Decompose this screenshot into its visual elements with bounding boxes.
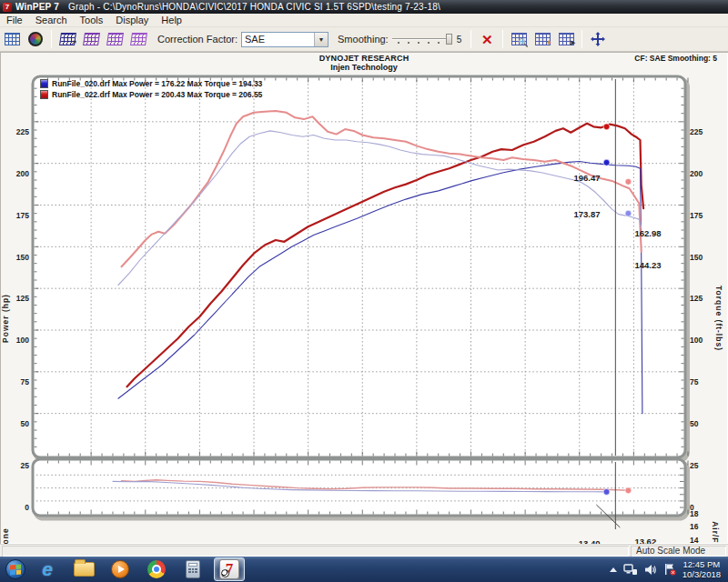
chrome-icon	[147, 560, 166, 578]
airfuel-axis-tick: 18	[690, 509, 698, 518]
media-player-icon	[111, 560, 129, 578]
clock-date: 10/3/2018	[682, 569, 721, 579]
power-axis-tick: 225	[0, 127, 29, 136]
line-graph-button[interactable]	[80, 29, 102, 49]
action-center-flag-icon[interactable]	[663, 563, 676, 576]
bar-graph-button[interactable]: ↗	[56, 29, 78, 49]
pan-hand-icon: ✦	[535, 33, 551, 45]
folder-icon	[74, 562, 95, 577]
torque-axis-tick: 225	[690, 127, 703, 136]
network-icon[interactable]	[623, 564, 638, 576]
torque-axis-tick: 175	[690, 211, 703, 220]
legend-text: RunFile_022.drf Max Power = 200.43 Max T…	[52, 90, 262, 99]
correction-factor-label: Correction Factor:	[157, 34, 238, 45]
smoothing-slider-thumb[interactable]	[446, 34, 452, 45]
volume-icon[interactable]	[644, 564, 657, 576]
menu-help[interactable]: Help	[155, 15, 188, 25]
legend-color-chip	[40, 79, 48, 88]
taskbar: e 7 12:45 PM 10/3/2018	[0, 557, 728, 582]
winpep-app-icon: 7	[3, 3, 12, 12]
statusbar: Auto Scale Mode	[0, 544, 728, 557]
smoothing-label: Smoothing:	[338, 34, 389, 45]
toolbar: ↗ Correction Factor: SAE ▼ Smoothing: 5 …	[0, 27, 728, 52]
correction-factor-select[interactable]: SAE ▼	[241, 32, 329, 47]
taskbar-winpep-button[interactable]: 7	[214, 557, 245, 581]
pointer-grid-icon: ➤	[559, 33, 574, 45]
overlay-graph-icon	[106, 33, 124, 45]
zoom-grid-icon: 🔍	[511, 33, 527, 45]
dropdown-arrow-icon[interactable]: ▼	[314, 33, 328, 46]
multi-graph-icon	[130, 33, 147, 45]
multi-graph-button[interactable]	[127, 29, 149, 49]
power-axis-tick: 175	[0, 211, 29, 220]
taskbar-explorer-button[interactable]	[68, 557, 99, 581]
correction-factor-value: SAE	[242, 34, 314, 45]
cursor-value-144.23: 144.23	[634, 260, 661, 270]
start-button[interactable]	[5, 559, 25, 579]
calculator-icon	[186, 560, 200, 578]
legend-row: RunFile_022.drf Max Power = 200.43 Max T…	[40, 89, 262, 100]
scale-mode-indicator: Auto Scale Mode	[631, 546, 726, 557]
torque-axis-tick: 100	[690, 336, 703, 345]
delete-run-button[interactable]: ✕	[476, 29, 498, 49]
power-axis-tick: 25	[0, 461, 29, 470]
winpep-icon: 7	[219, 559, 239, 579]
power-axis-tick: 200	[0, 169, 29, 178]
taskbar-ie-button[interactable]: e	[32, 557, 63, 581]
taskbar-media-player-button[interactable]	[105, 557, 136, 581]
menu-tools[interactable]: Tools	[74, 15, 110, 25]
windows-logo-icon	[10, 564, 21, 575]
menu-display[interactable]: Display	[109, 15, 155, 25]
chart-title: DYNOJET RESEARCH	[0, 54, 728, 63]
system-tray: 12:45 PM 10/3/2018	[610, 559, 728, 579]
smoothing-slider[interactable]	[392, 32, 452, 46]
color-wheel-icon	[28, 32, 43, 46]
torque-axis-tick: 50	[690, 419, 698, 428]
cursor-value-162.98: 162.98	[634, 228, 661, 238]
airfuel-axis-tick: 16	[690, 522, 698, 531]
color-settings-button[interactable]	[25, 29, 46, 49]
zoom-select-button[interactable]: 🔍	[508, 29, 530, 49]
window-title: WinPEP 7Graph - C:\DynoRuns\HONDA\CIVIC\…	[15, 2, 440, 12]
document-path: Graph - C:\DynoRuns\HONDA\CIVIC\2017 HON…	[68, 2, 440, 12]
toolbar-separator	[51, 30, 52, 48]
titlebar: 7 WinPEP 7Graph - C:\DynoRuns\HONDA\CIVI…	[0, 0, 728, 14]
chart-subtitle: Injen Technology	[0, 63, 728, 72]
clock-time: 12:45 PM	[682, 559, 721, 569]
chart-workspace: DYNOJET RESEARCH Injen Technology CF: SA…	[0, 52, 728, 544]
select-button[interactable]: ➤	[555, 29, 577, 49]
power-axis-tick: 150	[0, 253, 29, 262]
menu-search[interactable]: Search	[29, 15, 74, 25]
taskbar-clock[interactable]: 12:45 PM 10/3/2018	[682, 559, 721, 579]
cross-arrows-icon	[590, 31, 606, 47]
power-axis-tick: 50	[0, 419, 29, 428]
line-graph-icon	[83, 33, 100, 45]
table-grid-icon	[5, 33, 20, 45]
red-x-icon: ✕	[481, 33, 493, 46]
tray-expand-icon[interactable]	[610, 567, 617, 572]
smoothing-value: 5	[457, 35, 462, 45]
torque-axis-tick: 75	[690, 377, 698, 386]
power-axis-tick: 0	[0, 503, 29, 512]
data-grid-button[interactable]	[1, 29, 23, 49]
internet-explorer-icon: e	[42, 559, 53, 579]
legend-row: RunFile_020.drf Max Power = 176.22 Max T…	[40, 78, 262, 89]
toolbar-separator	[470, 30, 471, 48]
menu-file[interactable]: File	[0, 15, 29, 25]
menubar: FileSearchToolsDisplayHelp	[0, 14, 728, 27]
pan-button[interactable]: ✦	[531, 29, 553, 49]
toolbar-separator	[581, 30, 582, 48]
chart-settings-readout: CF: SAE Smoothing: 5	[634, 54, 717, 63]
bar-graph-icon: ↗	[59, 33, 76, 45]
torque-axis-tick: 150	[690, 253, 703, 262]
dyno-chart-canvas	[0, 52, 728, 544]
taskbar-calculator-button[interactable]	[177, 557, 208, 581]
toolbar-separator	[502, 30, 503, 48]
cursor-move-button[interactable]	[587, 29, 609, 49]
torque-axis-tick: 25	[690, 461, 698, 470]
power-axis-tick: 75	[0, 377, 29, 386]
torque-axis-title: Torque (ft-lbs)	[714, 284, 723, 353]
taskbar-chrome-button[interactable]	[141, 557, 172, 581]
cursor-value-173.87: 173.87	[574, 209, 601, 219]
overlay-graph-button[interactable]	[104, 29, 126, 49]
